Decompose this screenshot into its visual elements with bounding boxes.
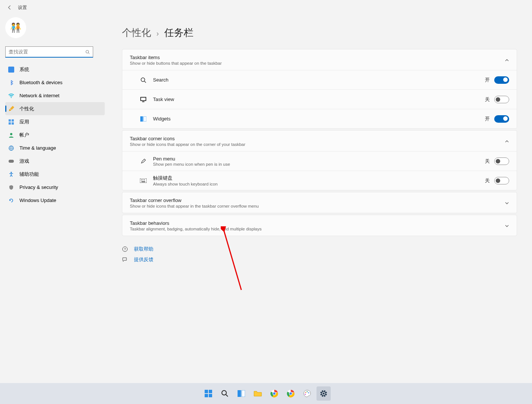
chevron-down-icon	[505, 201, 509, 205]
svg-point-1	[11, 97, 12, 98]
time-language-icon	[8, 145, 14, 151]
taskbar-explorer[interactable]	[251, 386, 265, 401]
search-input[interactable]	[9, 49, 85, 55]
svg-rect-3	[12, 119, 14, 122]
svg-rect-24	[205, 390, 208, 393]
breadcrumb-sep-icon: ›	[156, 29, 159, 38]
card-title: Taskbar items	[130, 55, 505, 60]
accounts-icon	[8, 132, 14, 138]
wifi-icon	[8, 93, 14, 99]
nav-privacy[interactable]: Privacy & security	[5, 181, 105, 194]
feedback-link[interactable]: 提供反馈	[122, 256, 517, 263]
card-title: Taskbar behaviors	[130, 220, 505, 226]
breadcrumb-parent[interactable]: 个性化	[122, 26, 151, 39]
privacy-icon	[8, 184, 14, 190]
card-title: Taskbar corner icons	[130, 136, 505, 141]
chrome-icon	[286, 389, 295, 398]
back-arrow-icon	[7, 5, 12, 10]
svg-rect-29	[238, 390, 241, 397]
nav-accessibility[interactable]: 辅助功能	[5, 168, 105, 181]
widgets-icon	[139, 116, 148, 122]
titlebar: 设置	[0, 0, 532, 15]
taskbar-chrome-1[interactable]	[267, 386, 281, 401]
chrome-icon	[270, 389, 279, 398]
card-corner-overflow[interactable]: Taskbar corner overflow Show or hide ico…	[122, 192, 517, 213]
toggle-widgets[interactable]	[494, 115, 509, 123]
bluetooth-icon	[8, 80, 14, 86]
paint-icon	[303, 389, 312, 398]
svg-point-10	[141, 78, 145, 82]
svg-rect-8	[9, 160, 14, 163]
svg-rect-18	[143, 180, 143, 180]
svg-rect-20	[141, 181, 145, 182]
svg-rect-14	[140, 116, 143, 122]
page-title: 任务栏	[164, 26, 193, 39]
back-button[interactable]	[5, 3, 14, 12]
nav-gaming[interactable]: 游戏	[5, 154, 105, 168]
folder-icon	[253, 389, 262, 398]
svg-rect-12	[141, 98, 146, 100]
svg-rect-13	[142, 101, 144, 102]
nav-accounts[interactable]: 帐户	[5, 128, 105, 141]
toggle-task-view[interactable]	[494, 96, 509, 103]
taskbar-settings[interactable]	[317, 386, 331, 401]
taskbar-widgets[interactable]	[234, 386, 248, 401]
toggle-state-label: 开	[485, 77, 490, 83]
window-title: 设置	[18, 4, 27, 11]
svg-point-33	[273, 392, 275, 395]
card-taskbar-behaviors[interactable]: Taskbar behaviors Taskbar alignment, bad…	[122, 215, 517, 236]
gaming-icon	[8, 158, 14, 164]
nav-time-language[interactable]: Time & language	[5, 141, 105, 154]
gear-icon	[319, 389, 328, 398]
chevron-up-icon	[505, 58, 509, 62]
nav-system[interactable]: 系统	[5, 63, 105, 76]
taskbar-start[interactable]	[201, 386, 215, 401]
nav-bluetooth[interactable]: Bluetooth & devices	[5, 76, 105, 89]
row-sub: Show pen menu icon when pen is in use	[153, 162, 485, 166]
svg-point-36	[290, 392, 292, 395]
row-sub: Always show touch keyboard icon	[153, 182, 485, 186]
nav-label: 帐户	[19, 132, 29, 138]
search-box[interactable]	[5, 46, 93, 58]
svg-rect-19	[144, 180, 145, 180]
taskbar-paint[interactable]	[300, 386, 314, 401]
toggle-state-label: 开	[485, 116, 490, 122]
svg-point-37	[305, 392, 306, 393]
nav-label: 应用	[19, 119, 29, 125]
row-label: Task view	[153, 97, 485, 102]
toggle-pen-menu[interactable]	[494, 157, 509, 165]
help-icon: ?	[122, 246, 128, 252]
row-widgets: Widgets 开	[122, 109, 517, 128]
nav-list: 系统 Bluetooth & devices Network & interne…	[5, 63, 105, 207]
svg-rect-5	[12, 122, 14, 125]
nav-apps[interactable]: 应用	[5, 115, 105, 128]
get-help-link[interactable]: ? 获取帮助	[122, 246, 517, 252]
nav-personalization[interactable]: 个性化	[5, 102, 105, 115]
row-pen-menu: Pen menu Show pen menu icon when pen is …	[122, 151, 517, 171]
card-header-taskbar-items[interactable]: Taskbar items Show or hide buttons that …	[122, 49, 517, 70]
nav-label: 辅助功能	[19, 171, 39, 178]
nav-label: Bluetooth & devices	[19, 80, 62, 85]
svg-point-6	[10, 133, 12, 135]
svg-rect-30	[242, 390, 245, 397]
nav-network[interactable]: Network & internet	[5, 89, 105, 102]
avatar[interactable]: 🧑‍🤝‍🧑	[5, 17, 26, 38]
card-sub: Taskbar alignment, badging, automaticall…	[130, 227, 505, 231]
toggle-search[interactable]	[494, 76, 509, 84]
card-sub: Show or hide icons that appear on the co…	[130, 142, 505, 147]
card-corner-icons: Taskbar corner icons Show or hide icons …	[122, 130, 517, 190]
svg-rect-25	[209, 390, 212, 393]
svg-point-0	[86, 50, 89, 53]
search-icon	[85, 50, 90, 54]
card-header-corner-icons[interactable]: Taskbar corner icons Show or hide icons …	[122, 131, 517, 151]
taskbar-search[interactable]	[218, 386, 232, 401]
system-icon	[8, 67, 14, 73]
get-help-label[interactable]: 获取帮助	[134, 246, 153, 252]
feedback-label[interactable]: 提供反馈	[134, 256, 153, 263]
row-label: 触摸键盘	[153, 175, 485, 181]
taskbar-chrome-2[interactable]	[284, 386, 298, 401]
row-label: Search	[153, 77, 485, 83]
nav-windows-update[interactable]: Windows Update	[5, 194, 105, 207]
toggle-touch-keyboard[interactable]	[494, 177, 509, 184]
svg-rect-15	[144, 116, 146, 122]
